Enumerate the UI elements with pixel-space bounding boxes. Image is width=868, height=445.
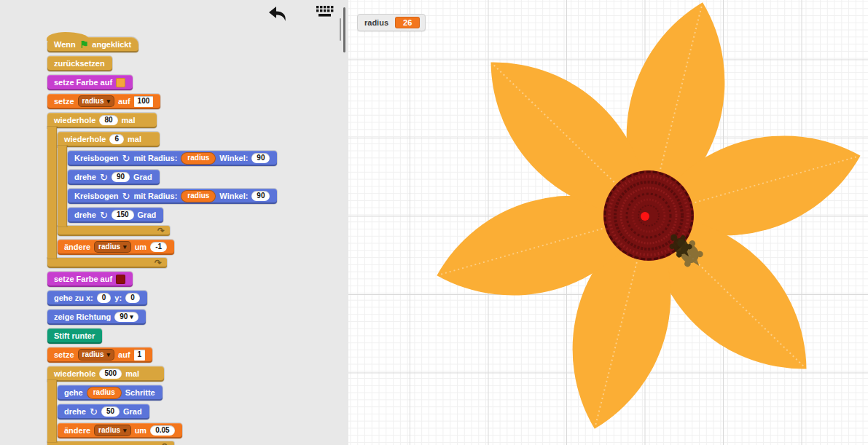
- when-flag-pre-label: Wenn: [54, 40, 76, 49]
- change-label: ändere: [64, 243, 90, 251]
- turn-150-block[interactable]: drehe ↻ 150 Grad: [68, 208, 163, 223]
- change-label: ändere: [64, 426, 90, 435]
- radius-var-dropdown[interactable]: radius ▾: [78, 95, 115, 107]
- radius-var-label: radius: [82, 350, 104, 359]
- pen-down-block[interactable]: Stift runter: [47, 328, 102, 344]
- to-label: auf: [118, 350, 130, 359]
- repeat-count-input[interactable]: 500: [99, 369, 122, 379]
- pen-down-label: Stift runter: [54, 331, 95, 340]
- direction-value: 90: [120, 313, 128, 320]
- center-dot: [641, 212, 649, 221]
- goto-xy-block[interactable]: gehe zu x: 0 y: 0: [47, 291, 147, 306]
- block-script: Wenn ⚑ angeklickt zurücksetzen setze Far…: [47, 32, 277, 445]
- scripting-pane: Wenn ⚑ angeklickt zurücksetzen setze Far…: [0, 0, 348, 445]
- change-radius-neg1-block[interactable]: ändere radius ▾ um -1: [58, 240, 174, 255]
- turn-label: drehe: [74, 173, 96, 181]
- keyboard-icon[interactable]: [316, 5, 337, 20]
- radius-var-label: radius: [98, 426, 120, 435]
- turn-90-block[interactable]: drehe ↻ 90 Grad: [68, 170, 160, 185]
- repeat-500-foot: ↷: [47, 441, 174, 445]
- repeat-label: wiederhole: [54, 116, 95, 125]
- to-label: auf: [118, 97, 130, 106]
- turn-clockwise-icon: ↻: [90, 407, 98, 417]
- variable-watcher[interactable]: radius 26: [357, 14, 426, 31]
- move-label: gehe: [64, 388, 83, 397]
- set-radius-1-block[interactable]: setze radius ▾ auf 1: [47, 347, 152, 363]
- steps-label: Schritte: [125, 388, 155, 397]
- set-color-block-1[interactable]: setze Farbe auf: [47, 75, 133, 90]
- scrollbar-thumb-secondary[interactable]: [340, 18, 341, 41]
- radius-var-label: radius: [82, 97, 104, 106]
- value-input[interactable]: -1: [150, 242, 167, 252]
- when-flag-clicked-block[interactable]: Wenn ⚑ angeklickt: [47, 37, 138, 52]
- turn-clockwise-icon: ↻: [100, 210, 108, 220]
- repeat-500-head[interactable]: wiederhole 500 mal: [47, 366, 164, 382]
- repeat-count-input[interactable]: 6: [109, 134, 124, 144]
- arc-label: Kreisbogen: [74, 154, 119, 162]
- degrees-input[interactable]: 150: [112, 210, 134, 220]
- repeat-6-head[interactable]: wiederhole 6 mal: [58, 132, 160, 147]
- turn-clockwise-icon: ↻: [100, 173, 108, 182]
- set-color-block-2[interactable]: setze Farbe auf: [47, 272, 133, 287]
- angle-input[interactable]: 90: [251, 191, 270, 201]
- flower-drawing: [348, 0, 868, 445]
- dropdown-arrow-icon: ▾: [107, 352, 111, 358]
- reset-block[interactable]: zurücksetzen: [47, 56, 112, 71]
- move-steps-block[interactable]: gehe radius Schritte: [58, 385, 163, 401]
- times-label: mal: [128, 135, 141, 143]
- loop-arrow-icon: ↷: [155, 259, 162, 267]
- when-flag-post-label: angeklickt: [92, 40, 131, 49]
- repeat-6-cblock: wiederhole 6 mal Kreisbogen ↻ mit Radius…: [58, 132, 277, 236]
- repeat-80-cblock: wiederhole 80 mal wiederhole 6 mal Kreis…: [47, 113, 277, 268]
- radius-var-dropdown[interactable]: radius ▾: [94, 425, 131, 436]
- color-swatch-orange[interactable]: [116, 78, 125, 87]
- loop-arrow-icon: ↷: [157, 227, 165, 235]
- green-flag-icon: ⚑: [79, 39, 89, 50]
- degrees-label: Grad: [123, 407, 142, 416]
- turn-label: drehe: [74, 210, 96, 219]
- times-label: mal: [122, 116, 136, 125]
- repeat-label: wiederhole: [64, 135, 106, 143]
- set-radius-100-block[interactable]: setze radius ▾ auf 100: [47, 94, 160, 109]
- direction-dropdown[interactable]: 90 ▾: [114, 312, 138, 322]
- arc-mid-label: mit Radius:: [133, 154, 177, 162]
- by-label: um: [135, 243, 147, 251]
- dropdown-arrow-icon: ▾: [123, 428, 127, 434]
- dropdown-arrow-icon: ▾: [130, 314, 133, 320]
- y-input[interactable]: 0: [125, 293, 140, 303]
- radius-reporter[interactable]: radius: [181, 190, 216, 202]
- radius-reporter[interactable]: radius: [181, 152, 216, 165]
- degrees-input[interactable]: 90: [112, 172, 130, 182]
- change-radius-005-block[interactable]: ändere radius ▾ um 0.05: [58, 423, 182, 438]
- repeat-80-head[interactable]: wiederhole 80 mal: [47, 113, 157, 128]
- set-color-label: setze Farbe auf: [54, 78, 112, 87]
- repeat-500-cblock: wiederhole 500 mal gehe radius Schritte …: [47, 366, 182, 445]
- angle-label: Winkel:: [219, 192, 248, 200]
- degrees-input[interactable]: 50: [101, 406, 120, 417]
- radius-reporter[interactable]: radius: [87, 387, 122, 399]
- arc-block-1[interactable]: Kreisbogen ↻ mit Radius: radius Winkel: …: [68, 151, 277, 166]
- scrollbar-thumb[interactable]: [343, 7, 345, 52]
- radius-var-dropdown[interactable]: radius ▾: [94, 241, 131, 253]
- y-label: y:: [114, 294, 122, 302]
- set-direction-block[interactable]: zeige Richtung 90 ▾: [47, 310, 146, 325]
- x-input[interactable]: 0: [97, 293, 112, 303]
- angle-input[interactable]: 90: [251, 153, 270, 163]
- color-swatch-darkred[interactable]: [116, 275, 125, 284]
- repeat-count-input[interactable]: 80: [99, 115, 117, 125]
- degrees-label: Grad: [138, 210, 157, 219]
- undo-icon[interactable]: [267, 4, 290, 23]
- value-input[interactable]: 0.05: [150, 425, 174, 436]
- radius-var-dropdown[interactable]: radius ▾: [78, 349, 115, 361]
- arc-block-2[interactable]: Kreisbogen ↻ mit Radius: radius Winkel: …: [68, 189, 277, 204]
- watcher-value: 26: [395, 17, 420, 28]
- turn-clockwise-icon: ↻: [122, 154, 130, 163]
- value-input[interactable]: 1: [134, 350, 146, 361]
- watcher-name: radius: [364, 18, 388, 27]
- radius-var-label: radius: [98, 243, 120, 251]
- by-label: um: [135, 426, 147, 435]
- value-input[interactable]: 100: [134, 96, 154, 107]
- stage: radius 26: [348, 0, 868, 445]
- direction-label: zeige Richtung: [54, 312, 111, 321]
- turn-50-block[interactable]: drehe ↻ 50 Grad: [58, 404, 149, 420]
